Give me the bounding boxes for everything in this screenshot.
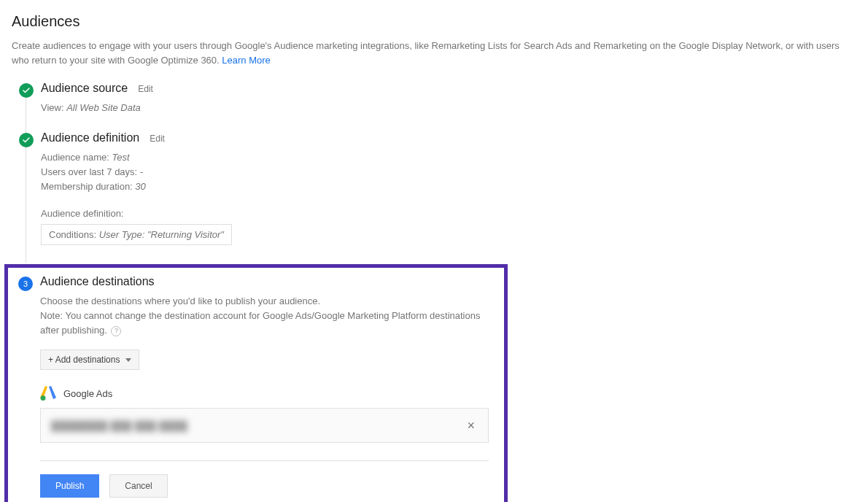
dest-note-line2-wrap: Note: You cannot change the destination … <box>40 309 494 338</box>
page-description-text: Create audiences to engage with your use… <box>12 40 840 66</box>
destination-brand: Google Ads <box>40 386 494 401</box>
step-connector <box>26 98 26 133</box>
page-title: Audiences <box>12 13 856 30</box>
chevron-down-icon <box>125 358 131 362</box>
highlight-box: 3 Audience destinations Choose the desti… <box>4 264 508 502</box>
audience-name-label: Audience name: <box>41 152 112 163</box>
divider <box>40 460 489 461</box>
step1-title: Audience source <box>41 82 128 95</box>
page-description: Create audiences to engage with your use… <box>12 39 850 67</box>
step1-view-label: View: <box>41 102 66 113</box>
audience-def-label: Audience definition: <box>41 206 856 221</box>
destinations-note: Choose the destinations where you'd like… <box>40 294 494 338</box>
step-connector <box>26 147 26 263</box>
destination-account-redacted: ████████ ███ ███ ████ <box>51 420 187 431</box>
dest-note-line2: Note: You cannot change the destination … <box>40 310 480 336</box>
add-destinations-button[interactable]: + Add destinations <box>40 350 139 370</box>
condition-label: Conditions: <box>49 229 99 240</box>
actions-row: Publish Cancel <box>40 474 494 498</box>
users-label: Users over last 7 days: <box>41 166 140 177</box>
check-icon <box>19 133 34 147</box>
steps-container: Audience source Edit View: All Web Site … <box>12 82 856 261</box>
learn-more-link[interactable]: Learn More <box>222 55 270 66</box>
publish-button[interactable]: Publish <box>40 474 99 498</box>
destination-brand-label: Google Ads <box>63 388 112 399</box>
step-audience-definition: Audience definition Edit Audience name: … <box>19 131 856 261</box>
step1-view-value: All Web Site Data <box>66 102 141 113</box>
step1-view-row: View: All Web Site Data <box>41 101 856 115</box>
svg-point-0 <box>41 395 46 401</box>
check-icon <box>19 83 34 98</box>
step3-title: Audience destinations <box>40 275 155 288</box>
step2-edit-link[interactable]: Edit <box>150 134 165 144</box>
add-destinations-label: + Add destinations <box>48 355 120 365</box>
destination-row: ████████ ███ ███ ████ × <box>40 408 489 443</box>
audience-name-value: Test <box>112 152 130 163</box>
step2-title: Audience definition <box>41 131 139 144</box>
step2-users-row: Users over last 7 days: - <box>41 165 856 179</box>
step2-duration-row: Membership duration: 30 <box>41 179 856 194</box>
condition-value: User Type: "Returning Visitor" <box>99 229 224 240</box>
step-audience-source: Audience source Edit View: All Web Site … <box>19 82 856 131</box>
step-audience-destinations: 3 Audience destinations Choose the desti… <box>18 275 494 498</box>
step-number-icon: 3 <box>18 277 33 291</box>
help-icon[interactable]: ? <box>111 326 121 336</box>
cancel-button[interactable]: Cancel <box>109 474 167 498</box>
step2-name-row: Audience name: Test <box>41 150 856 165</box>
duration-value: 30 <box>135 181 145 192</box>
close-icon[interactable]: × <box>464 419 478 432</box>
condition-box: Conditions: User Type: "Returning Visito… <box>41 224 232 245</box>
google-ads-icon <box>40 386 56 401</box>
duration-label: Membership duration: <box>41 181 135 192</box>
dest-note-line1: Choose the destinations where you'd like… <box>40 294 494 309</box>
users-value: - <box>140 166 143 177</box>
step1-edit-link[interactable]: Edit <box>138 84 153 94</box>
